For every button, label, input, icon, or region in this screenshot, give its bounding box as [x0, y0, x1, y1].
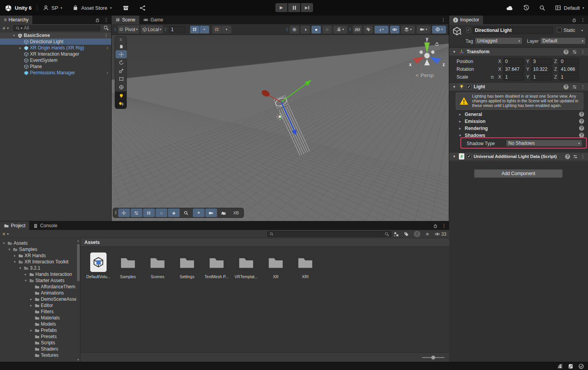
foldout-arrow[interactable]: ▾	[452, 85, 457, 89]
project-tree-item[interactable]: ▸XR Hands	[0, 253, 76, 259]
history-icon[interactable]	[523, 4, 530, 11]
scene-visibility-toggle[interactable]	[390, 26, 399, 33]
tab-scene[interactable]: Scene	[112, 16, 139, 24]
scale-tool[interactable]	[116, 67, 127, 75]
project-tree-item[interactable]: ▾XR Interaction Toolkit	[0, 259, 76, 265]
tab-hierarchy[interactable]: ≡ Hierarchy	[0, 16, 32, 24]
position-x-field[interactable]: 0	[503, 58, 524, 65]
presets-icon[interactable]	[572, 84, 577, 89]
add-component-button[interactable]: Add Component	[474, 169, 563, 178]
overlay-xb[interactable]: XB	[230, 209, 242, 217]
transform-component-header[interactable]: ▾ Transform ? ⋮	[449, 47, 588, 56]
light-section-shadows[interactable]: ▾Shadows?	[449, 132, 588, 139]
snap-settings-button[interactable]	[212, 26, 222, 33]
projection-toggle[interactable]: < Persp	[416, 72, 434, 78]
gameobject-icon[interactable]: ▾	[452, 26, 462, 36]
foldout-arrow[interactable]: ▾	[18, 266, 23, 270]
foldout-arrow[interactable]: ▸	[23, 272, 28, 276]
effects-dropdown[interactable]: ▾	[401, 26, 415, 33]
light-section-emission[interactable]: ▸Emission?	[449, 118, 588, 125]
kebab-menu-icon[interactable]: ⋮	[581, 84, 585, 89]
presets-icon[interactable]	[572, 49, 577, 54]
search-icon[interactable]	[539, 5, 546, 11]
chevron-down-icon[interactable]: ▾	[7, 26, 9, 30]
gizmo-center[interactable]	[424, 53, 430, 58]
project-tree-item[interactable]: Filters	[0, 309, 76, 315]
hierarchy-item[interactable]: EventSystem	[0, 57, 111, 63]
project-tree-item[interactable]: AffordanceThem	[0, 284, 76, 290]
scroll-up-arrow[interactable]: ▲	[76, 238, 80, 243]
rotation-x-field[interactable]: 37.647	[503, 66, 524, 73]
tab-inspector[interactable]: i Inspector	[449, 16, 483, 24]
tag-dropdown[interactable]: Untagged▾	[475, 37, 522, 44]
grid-visibility-toggle[interactable]	[190, 26, 200, 33]
active-checkbox[interactable]: ✓	[466, 28, 471, 32]
light-component-header[interactable]: ▾ ✓ Light ? ⋮	[449, 82, 588, 91]
hand-tool[interactable]	[116, 42, 127, 50]
rect-tool[interactable]	[116, 75, 127, 83]
project-tree-item[interactable]: ▾Samples	[0, 246, 76, 253]
foldout-arrow[interactable]: ▾	[2, 241, 6, 245]
play-button[interactable]: ▶	[275, 3, 287, 12]
static-flags-dropdown[interactable]: ▾	[581, 29, 583, 32]
project-tree-item[interactable]: Textures	[0, 352, 76, 358]
lock-icon[interactable]	[572, 18, 577, 23]
hierarchy-item[interactable]: XR Interaction Manager	[0, 51, 111, 57]
scene-lighting-toggle[interactable]: ↯	[364, 26, 373, 33]
shadow-cascades-button[interactable]: ○	[322, 26, 332, 33]
asset-store-menu[interactable]: Asset Store ▾	[72, 5, 112, 11]
foldout-arrow[interactable]: ▸	[458, 112, 462, 116]
asset-grid-item[interactable]: Samples	[113, 252, 143, 279]
help-icon[interactable]: ?	[579, 133, 584, 138]
filter-by-type-icon[interactable]	[394, 231, 399, 237]
tab-game[interactable]: Game	[139, 16, 167, 24]
hierarchy-item[interactable]: ▾BasicScene⋮	[0, 32, 111, 39]
kebab-menu-icon[interactable]: ⋮	[442, 223, 446, 228]
project-tree-item[interactable]: Presets	[0, 333, 76, 340]
script-enabled-checkbox[interactable]: ✓	[467, 154, 471, 159]
foldout-arrow[interactable]: ▸	[29, 297, 33, 301]
chevron-right-icon[interactable]: ›	[107, 70, 108, 75]
scale-y-field[interactable]: 1	[531, 74, 552, 81]
position-z-field[interactable]: 0	[559, 58, 579, 65]
move-tool[interactable]	[116, 50, 127, 58]
overlay-move-tools[interactable]	[118, 209, 130, 217]
overlay-center-tool[interactable]: ⌖	[193, 209, 205, 217]
foldout-arrow[interactable]: ▸	[12, 254, 17, 258]
help-icon[interactable]: ?	[579, 119, 584, 124]
overlay-buildings[interactable]	[218, 209, 229, 217]
rotation-z-field[interactable]: 41.066	[559, 66, 579, 73]
project-search-input[interactable]	[267, 231, 392, 237]
kebab-menu-icon[interactable]: ⋮	[104, 18, 108, 22]
foldout-arrow[interactable]: ▾	[12, 260, 17, 264]
breadcrumb[interactable]: Assets	[80, 238, 449, 247]
foldout-arrow[interactable]: ▾	[458, 133, 462, 137]
kebab-menu-icon[interactable]: ⋮	[441, 18, 446, 22]
hierarchy-search-input[interactable]: ▾ All	[13, 25, 100, 31]
project-tree-item[interactable]: ▾3.2.1	[0, 265, 76, 271]
kebab-menu-icon[interactable]: ⋮	[581, 49, 585, 54]
foldout-arrow[interactable]: ▸	[458, 126, 462, 130]
scrollbar-thumb[interactable]	[77, 244, 80, 281]
chevron-down-icon[interactable]: ▾	[7, 232, 9, 236]
account-menu[interactable]: SP ▾	[43, 5, 62, 11]
overlay-grid-snap[interactable]	[143, 209, 155, 217]
hierarchy-item[interactable]: ▸XR Origin Hands (XR Rig)›	[0, 45, 111, 51]
asset-grid-item[interactable]: XRI	[290, 252, 320, 279]
create-add-button[interactable]: +	[2, 25, 5, 31]
chevron-right-icon[interactable]: ›	[107, 45, 108, 51]
create-add-button[interactable]: +	[2, 231, 5, 237]
pause-button[interactable]	[288, 3, 300, 12]
asset-grid-item[interactable]: Settings	[172, 252, 202, 279]
asset-grid-item[interactable]: VRTemplat...	[231, 252, 261, 279]
layout-dropdown[interactable]: Default ▾	[555, 5, 584, 11]
help-icon[interactable]: ?	[579, 126, 584, 131]
picker-icon[interactable]	[103, 25, 109, 31]
presets-icon[interactable]	[573, 154, 578, 159]
camera-settings-dropdown[interactable]: ▾	[416, 26, 430, 33]
project-tree-item[interactable]: ▸Hands Interaction	[0, 271, 76, 277]
grid-visibility-dropdown[interactable]: ▾	[200, 26, 209, 33]
overlay-tool-settings[interactable]	[131, 209, 142, 217]
package-manager-button[interactable]	[122, 5, 129, 11]
hidden-packages-icon[interactable]: !	[414, 231, 420, 237]
